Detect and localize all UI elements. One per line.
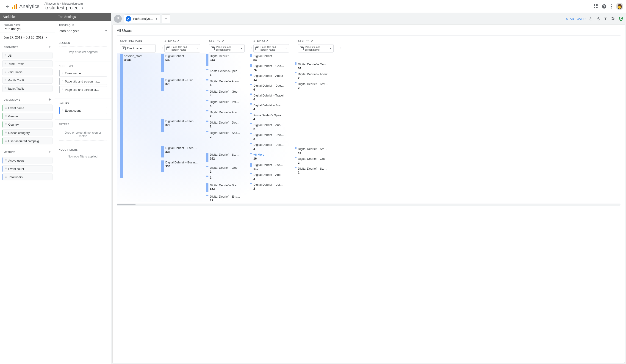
chip-item[interactable]: ⠿Tablet Traffic <box>2 85 52 92</box>
path-node[interactable]: Digital Debrief – Good… 64 <box>295 62 334 72</box>
breadcrumb-accounts[interactable]: All accounts <box>44 2 59 5</box>
chip-item[interactable]: ⠿US <box>2 52 52 59</box>
path-node[interactable]: Digital Debrief – Good… 2 <box>206 165 245 175</box>
more-link[interactable]: +8 More <box>253 153 264 157</box>
analytics-logo[interactable]: Analytics <box>12 3 44 9</box>
pencil-icon[interactable] <box>222 39 225 43</box>
redo-icon[interactable] <box>596 17 600 21</box>
chip-item[interactable]: ⠿Device category <box>2 129 52 136</box>
path-node[interactable]: Krista Seiden's Speaki… 6 <box>206 68 245 78</box>
path-node[interactable]: Digital Debrief – Busin… 334 <box>161 160 201 173</box>
breadcrumb-account[interactable]: kristaseiden.com <box>62 2 83 5</box>
add-segment-icon[interactable]: + <box>48 44 51 50</box>
path-node[interactable]: Digital Debrief – Testi… 2 <box>295 81 334 91</box>
path-node[interactable]: Digital Debrief – Good… 76 <box>250 63 290 73</box>
breadcrumb[interactable]: All accounts › kristaseiden.com <box>44 2 83 5</box>
path-node[interactable]: Digital Debrief – Step … 372 <box>161 118 201 133</box>
add-dimension-icon[interactable]: + <box>48 97 51 102</box>
technique-dropdown[interactable]: Path analysis ▼ <box>59 29 107 34</box>
path-node[interactable]: +8 More 16 <box>250 152 290 162</box>
starting-point-dropdown[interactable]: Event name <box>120 44 156 52</box>
analysis-tab[interactable]: Path analysi… ▼ <box>124 14 160 23</box>
apps-icon[interactable] <box>594 4 598 8</box>
add-tab-button[interactable]: + <box>162 14 170 23</box>
path-node[interactable]: Digital Debrief – Step … 110 <box>250 162 290 172</box>
step4-dropdown[interactable]: Page title and screen name▼ <box>298 44 334 52</box>
path-node[interactable]: Digital Debrief – Deep-… 6 <box>250 83 290 93</box>
filters-dropzone[interactable]: Drop or select dimension or metric <box>59 128 107 141</box>
download-icon[interactable] <box>604 17 608 21</box>
drag-handle-icon: ⠿ <box>5 167 6 170</box>
step2-dropdown[interactable]: Page title and screen name▼ <box>209 44 245 52</box>
path-node[interactable]: Digital Debrief – Step … 336 <box>161 145 201 159</box>
path-node[interactable]: session_start 3,936 <box>120 53 156 179</box>
path-node[interactable]: Digital Debrief – Step … 244 <box>206 183 245 193</box>
path-node[interactable]: Digital Debrief – About 42 <box>250 73 290 83</box>
path-node[interactable]: Digital Debrief – Deep-… 2 <box>250 132 290 142</box>
path-node[interactable]: Digital Debrief – About 4 <box>206 79 245 88</box>
preview-badge[interactable]: P <box>114 15 122 23</box>
pencil-icon[interactable] <box>266 39 269 43</box>
path-node[interactable]: Krista Seiden's Speaki… 4 <box>250 112 290 122</box>
chip-item[interactable]: ⠿Gender <box>2 113 52 120</box>
step3-dropdown[interactable]: Page title and screen name▼ <box>253 44 289 52</box>
path-node-title: Digital Debrief – Step-… <box>298 167 329 171</box>
analysis-name-value[interactable]: Path analys… <box>4 27 51 31</box>
path-node[interactable]: Digital Debrief – Using … 2 <box>250 182 290 192</box>
pencil-icon[interactable] <box>177 39 180 43</box>
chip-item[interactable]: ⠿Active users <box>2 157 52 164</box>
collapse-settings-icon[interactable]: — <box>103 14 108 20</box>
path-node[interactable]: Digital Debrief – Busin… 4 <box>250 103 290 112</box>
chip-item[interactable]: ⠿Direct Traffic <box>2 60 52 67</box>
chip-item[interactable]: ⠿Country <box>2 121 52 128</box>
horizontal-scrollbar[interactable] <box>117 204 621 206</box>
path-node[interactable]: Digital Debrief – Step-… 2 <box>295 166 334 176</box>
path-node[interactable]: Digital Debrief – Good… 2 <box>295 156 334 166</box>
help-icon[interactable] <box>602 4 607 9</box>
chip-item[interactable]: ⠿Paid Traffic <box>2 69 52 75</box>
path-node[interactable]: Digital Debrief – About 2 <box>295 72 334 81</box>
path-node[interactable]: Digital Debrief – Good… 4 <box>206 89 245 99</box>
chip-item[interactable]: ⠿Total users <box>2 174 52 181</box>
path-node[interactable]: Digital Debrief – Anom… 2 <box>206 109 245 119</box>
pencil-icon[interactable] <box>311 39 313 43</box>
path-node[interactable]: 2 <box>206 175 245 181</box>
chip-item[interactable]: ⠿Mobile Traffic <box>2 77 52 84</box>
path-node[interactable]: Digital Debrief – Using … 378 <box>161 77 201 92</box>
values-chip[interactable]: ⠿ Event count <box>59 107 107 114</box>
path-node[interactable]: Digital Debrief – Deep-… 2 <box>206 120 245 130</box>
nodetype-chip[interactable]: ⠿Event name <box>59 70 107 76</box>
undo-icon[interactable] <box>589 17 593 21</box>
path-node[interactable]: Digital Debrief – Enabl… 12 <box>206 194 245 202</box>
chip-item[interactable]: ⠿Event count <box>2 165 52 172</box>
avatar[interactable]: 👩 <box>616 3 623 10</box>
chevron-down-icon[interactable]: ▼ <box>156 18 158 20</box>
kebab-menu-icon[interactable] <box>611 4 612 8</box>
path-node[interactable]: Digital Debrief – Step … 46 <box>295 146 334 156</box>
path-node[interactable]: Digital Debrief 84 <box>250 53 290 63</box>
path-node[interactable]: Digital Debrief – Anom… 2 <box>250 172 290 182</box>
nodetype-chip[interactable]: ⠿Page title and screen na… <box>59 78 107 85</box>
start-over-button[interactable]: START OVER <box>566 17 586 21</box>
path-node[interactable]: Digital Debrief – Anom… 2 <box>250 122 290 132</box>
chip-item[interactable]: ⠿User acquired campaig… <box>2 138 52 145</box>
date-range-dropdown[interactable]: Jun 27, 2019 – Jul 26, 2019 ▼ <box>4 36 51 39</box>
collapse-variables-icon[interactable]: — <box>46 14 52 20</box>
path-node[interactable]: Digital Debrief – Step … 262 <box>206 152 245 164</box>
path-node[interactable]: Digital Debrief 532 <box>161 53 201 73</box>
back-arrow-icon[interactable] <box>3 4 12 8</box>
property-dropdown[interactable]: krista-test-project ▼ <box>44 5 83 10</box>
share-icon[interactable] <box>611 16 616 21</box>
path-node[interactable]: Digital Debrief 344 <box>206 53 245 67</box>
add-metric-icon[interactable]: + <box>48 149 51 155</box>
path-node[interactable]: Digital Debrief – Defini… 2 <box>250 142 290 152</box>
segment-dropzone[interactable]: Drop or select segment <box>59 46 107 57</box>
step1-dropdown[interactable]: Page title and screen name▼ <box>164 44 200 52</box>
chip-item[interactable]: ⠿Event name <box>2 105 52 111</box>
shield-check-icon[interactable] <box>619 16 623 21</box>
nodetype-chip[interactable]: ⠿Page title and screen cl… <box>59 86 107 93</box>
path-node[interactable]: Digital Debrief – Introd… 4 <box>206 99 245 109</box>
path-node[interactable]: Digital Debrief – Travel 6 <box>250 93 290 103</box>
path-node[interactable]: Digital Debrief – Searc… 2 <box>206 130 245 140</box>
metrics-section-label: METRICS <box>4 151 16 154</box>
